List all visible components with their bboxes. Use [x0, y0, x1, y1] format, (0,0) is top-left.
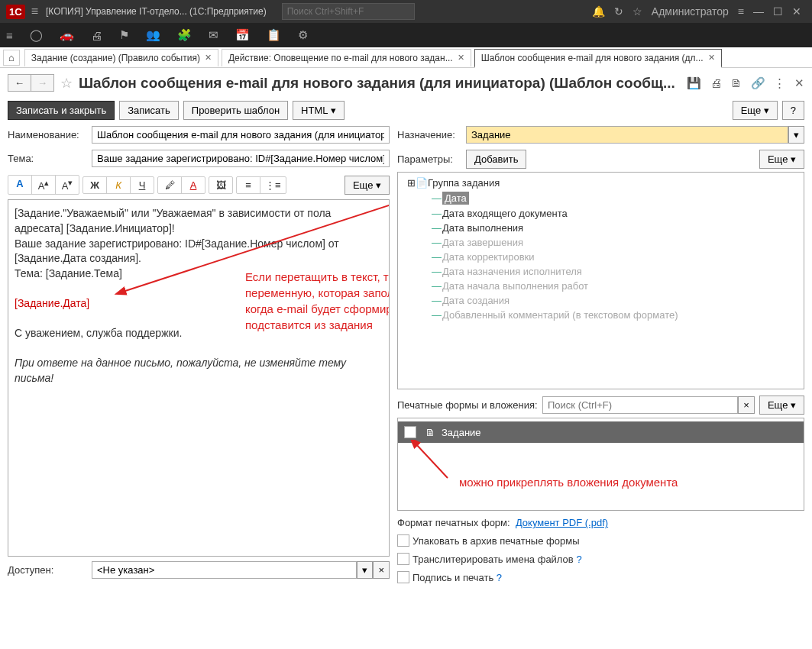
bold-button[interactable]: Ж — [83, 177, 107, 193]
attach-search-clear-button[interactable]: × — [738, 396, 755, 414]
app-title: [КОПИЯ] Управление IT-отдело... (1С:Пред… — [46, 6, 267, 17]
purpose-label: Назначение: — [397, 129, 466, 140]
tree-item[interactable]: —Дата завершения — [401, 235, 801, 250]
car-icon[interactable]: 🚗 — [60, 28, 74, 42]
print-icon[interactable]: 🖨 — [91, 29, 102, 42]
attach-more-button[interactable]: Еще ▾ — [759, 396, 804, 415]
global-search-input[interactable] — [282, 3, 415, 20]
page-header: ←→ ☆ Шаблон сообщения e-mail для нового … — [0, 68, 812, 98]
tree-root[interactable]: ⊞ 📄 Группа задания — [401, 176, 801, 190]
tree-item[interactable]: —Дата выполнения — [401, 221, 801, 235]
close-icon[interactable]: ✕ — [792, 5, 801, 18]
tree-item[interactable]: —Дата корректировки — [401, 250, 801, 264]
numlist-button[interactable]: ≡ — [237, 177, 260, 193]
user-label[interactable]: Администратор — [652, 5, 729, 18]
body-editor[interactable]: [Задание."Уважаемый" или "Уважаемая" в з… — [8, 199, 390, 557]
bell-icon[interactable]: 🔔 — [592, 5, 605, 18]
more-icon[interactable]: ⋮ — [774, 76, 785, 89]
params-more-button[interactable]: Еще ▾ — [759, 150, 804, 169]
doc-icon[interactable]: 🗎 — [730, 76, 742, 89]
maximize-icon[interactable]: ☐ — [773, 5, 783, 18]
mail-icon[interactable]: ✉ — [209, 28, 218, 42]
help-icon[interactable]: ? — [576, 554, 581, 565]
users-icon[interactable]: 👥 — [146, 28, 160, 42]
fgcolor-button[interactable]: 🖉 — [158, 177, 182, 193]
fav-icon[interactable]: ☆ — [60, 75, 73, 92]
home-tab[interactable]: ⌂ — [3, 50, 20, 66]
tree-item[interactable]: —Добавленный комментарий (в текстовом фо… — [401, 308, 801, 322]
underline-button[interactable]: Ч — [131, 177, 154, 193]
format-dropdown[interactable]: HTML ▾ — [293, 101, 345, 120]
puzzle-icon[interactable]: 🧩 — [177, 28, 192, 42]
save-close-button[interactable]: Записать и закрыть — [8, 101, 115, 120]
italic-button[interactable]: К — [107, 177, 131, 193]
flag-icon[interactable]: ⚑ — [119, 28, 129, 42]
settings-icon[interactable]: ≡ — [738, 5, 744, 18]
tab-3-close-icon[interactable]: ✕ — [708, 53, 715, 63]
expand-icon[interactable]: ⊞ — [407, 177, 416, 189]
tab-2-close-icon[interactable]: ✕ — [458, 53, 464, 63]
tab-2-label: Действие: Оповещение по e-mail для новог… — [228, 53, 453, 63]
cb-translit[interactable] — [397, 553, 409, 565]
save-icon[interactable]: 💾 — [687, 76, 701, 89]
available-label: Доступен: — [8, 564, 92, 576]
nav-back-button[interactable]: ← — [8, 74, 31, 92]
print-format-link[interactable]: Документ PDF (.pdf) — [516, 517, 608, 528]
menu-icon[interactable]: ≡ — [31, 5, 38, 18]
bullist-button[interactable]: ⋮≡ — [260, 177, 286, 193]
tree-item[interactable]: —Дата назначения исполнителя — [401, 264, 801, 279]
attachment-row[interactable]: 🗎Задание — [398, 421, 804, 443]
image-button[interactable]: 🖼 — [209, 177, 232, 193]
subject-input[interactable] — [92, 150, 390, 167]
star-icon[interactable]: ☆ — [632, 5, 642, 18]
purpose-input[interactable] — [466, 126, 788, 144]
available-dropdown-button[interactable]: ▾ — [357, 561, 373, 579]
subject-label: Тема: — [8, 153, 92, 164]
doc-icon: 🗎 — [425, 427, 435, 438]
ring-icon[interactable]: ◯ — [30, 28, 43, 42]
purpose-dropdown-button[interactable]: ▾ — [788, 126, 804, 144]
attachment-checkbox[interactable] — [404, 426, 416, 438]
tree-item[interactable]: —Дата — [401, 190, 801, 206]
attachments-list[interactable]: 🗎Задание можно прикреплять вложения доку… — [397, 418, 804, 511]
more-button[interactable]: Еще ▾ — [733, 101, 778, 120]
fmt-more-button[interactable]: Еще ▾ — [345, 176, 390, 195]
help-button[interactable]: ? — [782, 101, 804, 120]
tab-3[interactable]: Шаблон сообщения e-mail для нового задан… — [474, 49, 722, 68]
attach-label: Печатные формы и вложения: — [397, 399, 542, 411]
font-a-button[interactable]: A — [8, 176, 32, 194]
help-icon[interactable]: ? — [497, 572, 502, 583]
tree-item[interactable]: —Дата начала выполнения работ — [401, 279, 801, 293]
minimize-icon[interactable]: — — [753, 5, 764, 18]
check-template-button[interactable]: Проверить шаблон — [183, 101, 288, 120]
cb-stamp-label: Подпись и печать — [412, 572, 493, 583]
tab-1-close-icon[interactable]: ✕ — [205, 53, 212, 63]
nav-fwd-button[interactable]: → — [31, 74, 54, 92]
font-aminus-button[interactable]: A▾ — [56, 176, 79, 194]
tab-2[interactable]: Действие: Оповещение по e-mail для новог… — [222, 49, 471, 66]
bgcolor-button[interactable]: A — [182, 177, 205, 193]
params-label: Параметры: — [397, 153, 466, 165]
link-icon[interactable]: 🔗 — [751, 76, 765, 89]
cb-archive[interactable] — [397, 534, 409, 547]
cb-stamp[interactable] — [397, 571, 409, 583]
attachment-label: Задание — [442, 427, 481, 438]
name-input[interactable] — [92, 126, 390, 144]
print2-icon[interactable]: 🖨 — [710, 76, 722, 89]
gear-icon[interactable]: ⚙ — [298, 28, 308, 42]
clipboard-icon[interactable]: 📋 — [267, 28, 281, 42]
calendar-icon[interactable]: 📅 — [235, 28, 250, 42]
sections-icon[interactable]: ≡ — [6, 29, 13, 42]
add-param-button[interactable]: Добавить — [466, 150, 526, 169]
history-icon[interactable]: ↻ — [614, 5, 623, 18]
tree-item[interactable]: —Дата входящего документа — [401, 206, 801, 221]
tree-item[interactable]: —Дата создания — [401, 293, 801, 308]
save-button[interactable]: Записать — [119, 101, 179, 120]
available-input[interactable] — [92, 561, 357, 579]
font-aplus-button[interactable]: A▴ — [32, 176, 56, 194]
tab-1[interactable]: Задание (создание) (Правило события)✕ — [24, 49, 218, 66]
params-tree[interactable]: ⊞ 📄 Группа задания —Дата —Дата входящего… — [397, 172, 804, 389]
available-clear-button[interactable]: × — [373, 561, 390, 579]
attach-search-input[interactable] — [542, 396, 738, 414]
close-page-icon[interactable]: ✕ — [794, 76, 804, 89]
